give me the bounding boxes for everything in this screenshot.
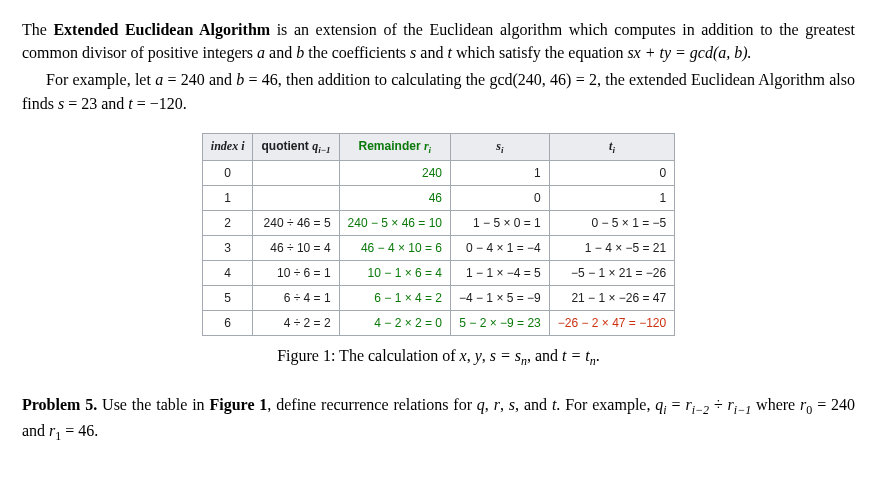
cell-t: 1 − 4 × −5 = 21 [549, 236, 674, 261]
cell-r: 240 [339, 161, 450, 186]
col-s: si [451, 133, 550, 160]
table-row: 4 10 ÷ 6 = 1 10 − 1 × 6 = 4 1 − 1 × −4 =… [202, 261, 674, 286]
var-q: q [477, 396, 485, 413]
cell-t: 21 − 1 × −26 = 47 [549, 286, 674, 311]
cell-s: 5 − 2 × −9 = 23 [451, 311, 550, 336]
text: Use the table in [97, 396, 209, 413]
cell-i: 3 [202, 236, 253, 261]
sub: i−1 [734, 403, 751, 417]
sub: n [590, 354, 596, 368]
cell-s: 1 − 5 × 0 = 1 [451, 211, 550, 236]
table-row: 0 240 1 0 [202, 161, 674, 186]
cell-t: −5 − 1 × 21 = −26 [549, 261, 674, 286]
cell-q: 4 ÷ 2 = 2 [253, 311, 339, 336]
text: and [416, 44, 447, 61]
eea-table-wrap: index i quotient qi−1 Remainder ri si ti… [22, 133, 855, 336]
cell-r: 6 − 1 × 4 = 2 [339, 286, 450, 311]
text: = 240 and [163, 71, 236, 88]
term-eea: Extended Euclidean Algorithm [53, 21, 270, 38]
cell-i: 2 [202, 211, 253, 236]
cell-t: −26 − 2 × 47 = −120 [549, 311, 674, 336]
var-a: a [257, 44, 265, 61]
text: where [751, 396, 800, 413]
cell-s: 1 [451, 161, 550, 186]
cell-s: 1 − 1 × −4 = 5 [451, 261, 550, 286]
cell-s: −4 − 1 × 5 = −9 [451, 286, 550, 311]
cell-q [253, 186, 339, 211]
text: , and [527, 347, 562, 364]
text: . For example, [556, 396, 655, 413]
text: and [265, 44, 296, 61]
text: the coefficients [304, 44, 410, 61]
cell-i: 1 [202, 186, 253, 211]
cell-i: 6 [202, 311, 253, 336]
eq: = t [567, 347, 590, 364]
equation: sx + ty = gcd(a, b). [627, 44, 751, 61]
table-row: 5 6 ÷ 4 = 1 6 − 1 × 4 = 2 −4 − 1 × 5 = −… [202, 286, 674, 311]
cell-r: 4 − 2 × 2 = 0 [339, 311, 450, 336]
cell-q: 46 ÷ 10 = 4 [253, 236, 339, 261]
intro-paragraph-1: The Extended Euclidean Algorithm is an e… [22, 18, 855, 64]
eq: = [667, 396, 686, 413]
text: , define recurrence relations for [267, 396, 477, 413]
col-t: ti [549, 133, 674, 160]
col-remainder: Remainder ri [339, 133, 450, 160]
table-header-row: index i quotient qi−1 Remainder ri si ti [202, 133, 674, 160]
text: = −120. [133, 95, 187, 112]
problem-label: Problem 5. [22, 396, 97, 413]
table-row: 6 4 ÷ 2 = 2 4 − 2 × 2 = 0 5 − 2 × −9 = 2… [202, 311, 674, 336]
cell-r: 10 − 1 × 6 = 4 [339, 261, 450, 286]
cell-q: 240 ÷ 46 = 5 [253, 211, 339, 236]
cell-s: 0 − 4 × 1 = −4 [451, 236, 550, 261]
text: = 23 and [64, 95, 128, 112]
text: , and [515, 396, 552, 413]
var-x: x [460, 347, 467, 364]
text: The [22, 21, 53, 38]
table-row: 2 240 ÷ 46 = 5 240 − 5 × 46 = 10 1 − 5 ×… [202, 211, 674, 236]
intro-paragraph-2: For example, let a = 240 and b = 46, the… [22, 68, 855, 114]
cell-i: 4 [202, 261, 253, 286]
cell-t: 0 − 5 × 1 = −5 [549, 211, 674, 236]
cell-t: 1 [549, 186, 674, 211]
eea-table: index i quotient qi−1 Remainder ri si ti… [202, 133, 675, 336]
text: For example, let [46, 71, 155, 88]
cell-r: 240 − 5 × 46 = 10 [339, 211, 450, 236]
var-r: r [494, 396, 500, 413]
cell-r: 46 [339, 186, 450, 211]
div: ÷ [709, 396, 728, 413]
figure-ref: Figure 1 [209, 396, 267, 413]
col-index: index i [202, 133, 253, 160]
sub: i−2 [692, 403, 709, 417]
eq: = s [496, 347, 521, 364]
cell-q: 10 ÷ 6 = 1 [253, 261, 339, 286]
col-quotient: quotient qi−1 [253, 133, 339, 160]
var-y: y [475, 347, 482, 364]
cell-q [253, 161, 339, 186]
table-row: 1 46 0 1 [202, 186, 674, 211]
text: Figure 1: The calculation of [277, 347, 459, 364]
cell-s: 0 [451, 186, 550, 211]
cell-i: 5 [202, 286, 253, 311]
table-row: 3 46 ÷ 10 = 4 46 − 4 × 10 = 6 0 − 4 × 1 … [202, 236, 674, 261]
var-b: b [296, 44, 304, 61]
figure-caption: Figure 1: The calculation of x, y, s = s… [22, 344, 855, 371]
cell-i: 0 [202, 161, 253, 186]
cell-t: 0 [549, 161, 674, 186]
cell-q: 6 ÷ 4 = 1 [253, 286, 339, 311]
cell-r: 46 − 4 × 10 = 6 [339, 236, 450, 261]
text: = 46. [61, 422, 98, 439]
text: which satisfy the equation [452, 44, 628, 61]
problem-5: Problem 5. Use the table in Figure 1, de… [22, 393, 855, 446]
var-a: a [155, 71, 163, 88]
